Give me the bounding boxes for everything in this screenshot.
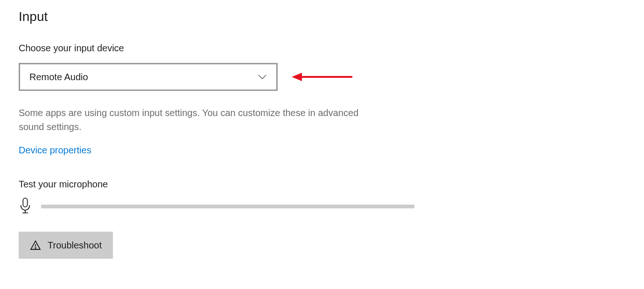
input-device-description: Some apps are using custom input setting…: [19, 106, 383, 134]
device-properties-link[interactable]: Device properties: [19, 145, 91, 156]
mic-level-bar: [41, 205, 414, 208]
chevron-down-icon: [248, 64, 276, 89]
microphone-icon: [19, 198, 32, 215]
input-device-dropdown[interactable]: Remote Audio: [19, 63, 278, 91]
troubleshoot-button[interactable]: Troubleshoot: [19, 232, 113, 259]
warning-icon: [30, 240, 41, 251]
annotation-arrow-icon: [292, 71, 352, 83]
svg-marker-1: [292, 73, 302, 81]
troubleshoot-label: Troubleshoot: [48, 240, 102, 251]
input-device-label: Choose your input device: [19, 43, 625, 54]
input-device-selected: Remote Audio: [20, 72, 248, 83]
mic-test-label: Test your microphone: [19, 179, 625, 190]
svg-rect-2: [23, 199, 27, 207]
svg-point-6: [35, 248, 36, 248]
section-title: Input: [19, 9, 625, 24]
